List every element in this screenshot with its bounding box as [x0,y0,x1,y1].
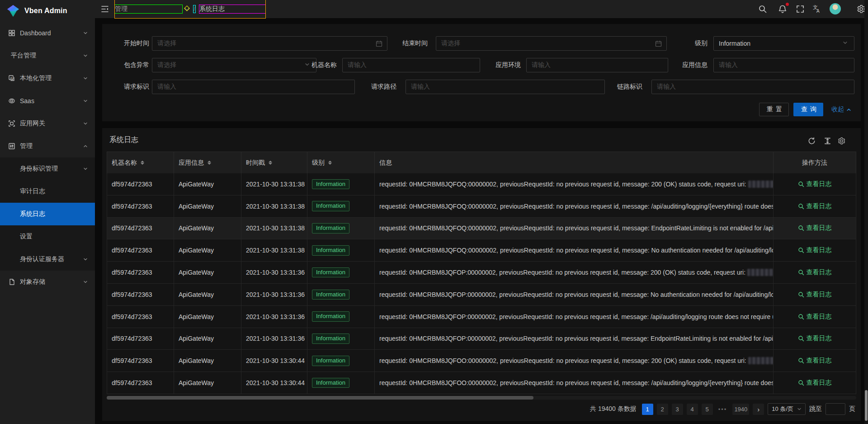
column-header[interactable]: 机器名称 [107,152,174,173]
table-settings-icon[interactable] [837,137,846,145]
column-header[interactable]: 级别 [307,152,375,173]
sort-icon[interactable] [141,161,144,165]
horizontal-scrollbar[interactable] [107,396,856,400]
cell-timestamp: 2021-10-30 13:31:38 [241,239,307,261]
column-header[interactable]: 时间戳 [241,152,307,173]
vertical-scrollbar-thumb[interactable] [865,390,868,421]
sort-icon[interactable] [328,161,332,165]
cell-app: ApiGateWay [174,372,241,394]
env-input[interactable]: 请输入 [526,58,668,72]
sidebar-item-身份标识管理[interactable]: 身份标识管理 [0,157,95,180]
page-button-3[interactable]: 3 [672,404,683,415]
avatar[interactable] [830,3,841,14]
page-size-select[interactable]: 10 条/页 [768,403,806,415]
cell-machine: df5974d72363 [107,284,174,305]
magnifier-icon [798,225,804,231]
level-select[interactable]: Information [713,36,854,51]
jump-page-input[interactable] [826,403,845,415]
view-log-link[interactable]: 查看日志 [798,313,832,321]
pagination-ellipsis[interactable]: ••• [717,404,729,415]
horizontal-scrollbar-thumb[interactable] [107,396,533,400]
next-page-button[interactable]: › [753,404,764,415]
query-button[interactable]: 查询 [793,103,823,116]
view-log-link[interactable]: 查看日志 [798,202,832,210]
trace_id-input[interactable]: 请输入 [651,80,854,94]
cell-actions: 查看日志 [774,372,856,394]
app-title: Vben Admin [24,7,67,15]
end_time-label: 结束时间 [392,39,428,48]
sidebar-item-dashboard[interactable]: Dashboard [0,22,95,44]
view-log-link[interactable]: 查看日志 [798,334,832,343]
table-row: df5974d72363ApiGateWay2021-10-30 13:31:3… [107,173,856,195]
start_time-datepicker[interactable]: 请选择 [152,36,387,51]
refresh-icon[interactable] [807,137,816,145]
magnifier-icon [798,181,804,187]
view-log-link[interactable]: 查看日志 [798,180,832,188]
breadcrumb: 管理 / 系统日志 [115,0,265,18]
cell-message: requestId: 0HMCRBM8JQFOQ:00000002, previ… [375,218,774,239]
dashboard-icon [8,29,15,37]
page-button-1[interactable]: 1 [642,404,653,415]
cell-actions: 查看日志 [774,284,856,305]
collapse-button[interactable]: 收起 [828,103,854,116]
sort-icon[interactable] [208,161,211,165]
view-log-link[interactable]: 查看日志 [798,357,832,365]
cell-message: requestId: 0HMCRBM8JQFOP:00000002, previ… [375,262,774,283]
fullscreen-icon[interactable] [795,4,805,14]
level-label: 级别 [672,39,708,48]
machine-input[interactable]: 请输入 [342,58,480,72]
calendar-icon [655,40,662,47]
svg-text:A: A [816,9,820,14]
view-log-link[interactable]: 查看日志 [798,291,832,299]
gateway-icon [8,120,15,127]
sidebar-item-身份认证服务器[interactable]: 身份认证服务器 [0,248,95,271]
request_path-input[interactable]: 请输入 [406,80,605,94]
search-icon[interactable] [758,4,768,14]
column-header[interactable]: 应用信息 [174,152,241,173]
magnifier-icon [798,203,804,210]
sidebar-item-saas[interactable]: Saas [0,90,95,112]
sidebar: Vben Admin Dashboard平台管理A本地化管理Saas应用网关管理… [0,0,95,424]
view-log-link[interactable]: 查看日志 [798,224,832,232]
breadcrumb-parent[interactable]: 管理 [115,5,182,13]
vertical-scrollbar[interactable] [864,0,868,424]
magnifier-icon [798,357,804,364]
chevron-down-icon [83,257,88,262]
cell-timestamp: 2021-10-30 13:31:36 [241,306,307,328]
page-button-4[interactable]: 4 [687,404,698,415]
page-button-2[interactable]: 2 [657,404,668,415]
page-button-5[interactable]: 5 [702,404,713,415]
end_time-datepicker[interactable]: 请选择 [436,36,667,51]
cell-timestamp: 2021-10-30 13:31:38 [241,218,307,239]
sidebar-item-系统日志[interactable]: 系统日志 [0,203,95,225]
cell-app: ApiGateWay [174,328,241,350]
logo-icon [6,4,20,18]
reset-button[interactable]: 重置 [759,103,789,116]
cell-message: requestId: 0HMCRBM8JQFOP:00000002, previ… [375,306,774,328]
table-row: df5974d72363ApiGateWay2021-10-30 13:31:3… [107,195,856,218]
page-button-1940[interactable]: 1940 [732,404,749,415]
cell-timestamp: 2021-10-30 13:31:38 [241,195,307,217]
sidebar-item-管理[interactable]: 管理 [0,135,95,157]
saas-icon [8,97,15,105]
menu-fold-icon[interactable] [100,5,109,14]
appinfo-input[interactable]: 请输入 [713,58,854,72]
sidebar-item-设置[interactable]: 设置 [0,225,95,248]
sidebar-item-对象存储[interactable]: 对象存储 [0,271,95,293]
sidebar-item-应用网关[interactable]: 应用网关 [0,112,95,135]
chevron-down-icon [83,76,88,81]
sort-icon[interactable] [269,161,272,165]
sidebar-item-本地化管理[interactable]: A本地化管理 [0,67,95,90]
sidebar-item-审计日志[interactable]: 审计日志 [0,180,95,203]
table-title: 系统日志 [109,135,138,145]
app-logo[interactable]: Vben Admin [0,0,95,22]
exception-select[interactable]: 请选择 [152,58,316,72]
row-height-icon[interactable] [823,137,832,145]
sidebar-item-平台管理[interactable]: 平台管理 [0,44,95,67]
cell-level: Information [307,306,375,328]
view-log-link[interactable]: 查看日志 [798,268,832,276]
request_id-input[interactable]: 请输入 [152,80,355,94]
view-log-link[interactable]: 查看日志 [798,379,832,387]
translate-icon[interactable]: 文A [812,4,822,14]
view-log-link[interactable]: 查看日志 [798,246,832,254]
